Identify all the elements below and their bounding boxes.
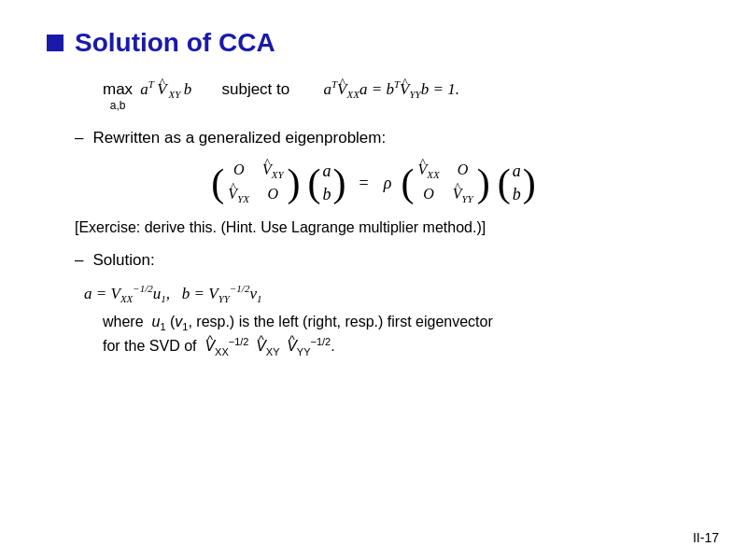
rvec-close: ) (523, 163, 536, 203)
rm10: O (417, 185, 439, 205)
lvec-a: a (323, 161, 331, 181)
slide: Solution of CCA max a,b aT VXY b subject… (0, 0, 747, 560)
lvec-close: ) (333, 163, 346, 203)
rm11: VYY (453, 185, 473, 205)
lvec-inner: a b (323, 161, 331, 204)
rm00: VXX (417, 161, 439, 181)
rvec-open: ( (498, 163, 511, 203)
right-vec: ( a b ) (498, 161, 536, 204)
optimization-line: max a,b aT VXY b subject to aTVXXa = bTV… (103, 78, 700, 112)
bullet1-text: Rewritten as a generalized eigenproblem: (92, 129, 386, 147)
m11: O (262, 185, 284, 205)
left-paren-close: ) (288, 163, 301, 203)
max-label: max (103, 80, 133, 99)
title-icon (47, 35, 63, 51)
matrix-equation: ( O VXY VYX O ) ( a b ) = ρ ( VXX O (47, 161, 700, 206)
m00: O (228, 161, 249, 181)
right-paren-close: ) (477, 163, 490, 203)
where-keyword: where (103, 314, 151, 329)
bullet2-line: – Solution: (75, 251, 700, 270)
rvec-inner: a b (513, 161, 521, 204)
max-operator: max a,b (103, 80, 133, 112)
max-subscript: a,b (110, 99, 126, 112)
m01: VXY (262, 161, 284, 181)
right-paren-open: ( (401, 163, 414, 203)
lvec-open: ( (308, 163, 321, 203)
rvec-a: a (513, 161, 521, 181)
right-matrix-inner: VXX O O VYY (417, 161, 472, 206)
bullet2-dash: – (75, 251, 83, 270)
bullet1-line: – Rewritten as a generalized eigenproble… (75, 129, 700, 147)
slide-title: Solution of CCA (75, 28, 275, 58)
exercise-line: [Exercise: derive this. (Hint. Use Lagra… (75, 219, 700, 236)
right-matrix: ( VXX O O VYY ) (401, 161, 489, 206)
where-line: where u1 (v1, resp.) is the left (right,… (103, 314, 700, 332)
m10: VYX (228, 185, 249, 205)
lvec-b: b (323, 185, 331, 204)
equals1: = (359, 174, 369, 193)
bullet2-text: Solution: (92, 251, 154, 270)
rvec-b: b (513, 185, 521, 204)
title-row: Solution of CCA (47, 28, 700, 58)
subject-to-text: subject to (208, 80, 289, 99)
max-expression: aT VXY b (140, 78, 191, 100)
rm01: O (453, 161, 473, 181)
left-matrix-inner: O VXY VYX O (228, 161, 283, 206)
page-number: II-17 (693, 530, 719, 545)
where-rest: (v1, resp.) is the left (right, resp.) f… (170, 314, 493, 329)
left-vec: ( a b ) (308, 161, 346, 204)
constraint-expression: aTVXXa = bTVYYb = 1. (319, 78, 459, 100)
rho: ρ (384, 174, 392, 193)
left-paren-open: ( (211, 163, 224, 203)
solution-formula: a = VXX−1/2u1, b = VYY−1/2v1 (84, 283, 700, 304)
for-line: for the SVD of VXX−1/2 VXY VYY−1/2. (103, 336, 700, 357)
bullet1-dash: – (75, 129, 83, 147)
left-matrix: ( O VXY VYX O ) (211, 161, 300, 206)
